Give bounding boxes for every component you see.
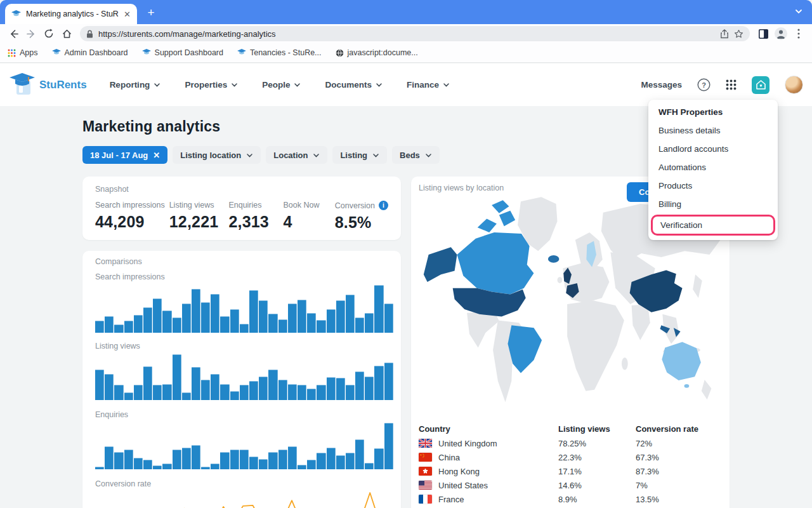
bar: [105, 374, 114, 400]
browser-toolbar: https://sturents.com/manage/marketing-an…: [0, 24, 812, 43]
browser-menu-icon[interactable]: [792, 27, 806, 41]
account-app-icon[interactable]: [752, 76, 769, 94]
bookmark-star-icon[interactable]: [734, 29, 743, 39]
bar: [298, 385, 306, 400]
side-panel-icon[interactable]: [756, 27, 770, 41]
bookmark-item[interactable]: Support Dashboard: [142, 48, 223, 57]
bar: [327, 377, 336, 400]
bar: [288, 304, 297, 333]
snapshot-label: Snapshot: [95, 185, 388, 194]
table-row: United Kingdom78.25%72%: [419, 436, 722, 450]
bookmark-item[interactable]: javascript:docume...: [336, 48, 418, 57]
highlight-ring: Verification: [651, 215, 775, 236]
bar: [192, 445, 200, 469]
share-icon[interactable]: [720, 29, 729, 39]
metric-conversion: Conversion i8.5%: [335, 201, 388, 232]
browser-tab[interactable]: Marketing analytics - StuRents ✕: [5, 4, 137, 24]
bar: [220, 316, 229, 333]
bar: [162, 464, 171, 469]
bar: [114, 385, 123, 400]
bar: [365, 313, 374, 333]
bar: [365, 463, 374, 469]
country-name: France: [438, 495, 464, 504]
bar: [298, 465, 306, 469]
chevron-down-icon: [425, 152, 432, 159]
bar: [327, 448, 336, 469]
bar: [143, 307, 152, 333]
chart-title-conversion-rate: Conversion rate: [95, 479, 393, 488]
user-avatar[interactable]: [785, 76, 803, 94]
bar: [278, 450, 287, 469]
bar: [240, 385, 249, 400]
nav-menu-finance[interactable]: Finance: [407, 80, 450, 90]
bar: [124, 392, 133, 400]
bar: [384, 304, 393, 333]
bar: [114, 452, 123, 469]
sturents-logo-icon: [9, 72, 37, 98]
apps-grid-icon: [8, 49, 16, 57]
conversion-rate-value: 13.5%: [636, 495, 722, 504]
menu-item-verification[interactable]: Verification: [653, 217, 773, 234]
menu-item-billing[interactable]: Billing: [648, 195, 778, 213]
bookmark-item[interactable]: Admin Dashboard: [52, 48, 128, 57]
bar: [298, 300, 306, 333]
conversion-rate-line-chart: [95, 491, 391, 508]
new-tab-button[interactable]: +: [145, 6, 157, 19]
tab-close-icon[interactable]: ✕: [124, 10, 131, 19]
bookmark-item[interactable]: Tenancies - StuRe...: [237, 48, 322, 57]
menu-item-landlord-accounts[interactable]: Landlord accounts: [648, 140, 778, 158]
bar: [374, 285, 383, 333]
bar: [259, 300, 268, 333]
filter-chip-18-jul-17-aug[interactable]: 18 Jul - 17 Aug✕: [82, 146, 167, 164]
bar: [95, 467, 104, 469]
comparisons-card: Comparisons Search impressions Listing v…: [82, 251, 401, 508]
sturents-logo[interactable]: StuRents: [9, 72, 87, 98]
home-icon[interactable]: [60, 27, 74, 41]
filter-chip-listing-location[interactable]: Listing location: [173, 146, 261, 164]
bar: [336, 378, 345, 400]
browser-profile-icon[interactable]: [774, 27, 788, 41]
url-bar[interactable]: https://sturents.com/manage/marketing-an…: [80, 26, 750, 41]
menu-item-products[interactable]: Products: [648, 177, 778, 195]
listing-views-value: 78.25%: [558, 439, 636, 448]
filter-chip-beds[interactable]: Beds: [392, 146, 440, 164]
menu-item-automations[interactable]: Automations: [648, 158, 778, 177]
listing-views-value: 14.6%: [558, 481, 636, 490]
help-icon[interactable]: ?: [697, 78, 710, 91]
info-icon[interactable]: i: [379, 201, 388, 210]
bar: [192, 289, 200, 333]
nav-menu-documents[interactable]: Documents: [325, 80, 383, 90]
chart-title-search-impressions: Search impressions: [95, 272, 393, 281]
filter-chip-listing[interactable]: Listing: [332, 146, 387, 164]
menu-item-business-details[interactable]: Business details: [648, 121, 778, 140]
nav-menu-people[interactable]: People: [262, 80, 301, 90]
uk-flag-icon: [419, 439, 432, 448]
reload-icon[interactable]: [42, 27, 56, 41]
nav-menu-reporting[interactable]: Reporting: [110, 80, 161, 90]
bookmarks-bar: AppsAdmin DashboardSupport DashboardTena…: [0, 43, 812, 63]
sturents-favicon: [142, 49, 151, 57]
chevron-down-icon: [246, 152, 253, 159]
menu-item-wfh-properties[interactable]: WFH Properties: [648, 103, 778, 121]
globe-icon: [336, 49, 344, 57]
bar: [105, 446, 114, 469]
messages-link[interactable]: Messages: [641, 80, 682, 90]
bar: [220, 452, 229, 469]
bookmark-item[interactable]: Apps: [8, 48, 38, 57]
brand-name: StuRents: [39, 79, 87, 91]
bar: [374, 366, 383, 400]
close-icon[interactable]: ✕: [153, 150, 160, 160]
nav-menu-properties[interactable]: Properties: [185, 80, 238, 90]
bar: [346, 453, 355, 469]
bar: [317, 453, 325, 469]
lock-icon[interactable]: [86, 30, 93, 38]
filter-chip-location[interactable]: Location: [266, 146, 327, 164]
bar: [134, 315, 143, 333]
apps-grid-icon[interactable]: [726, 79, 737, 90]
chevron-down-icon: [443, 81, 450, 88]
forward-icon[interactable]: [24, 27, 38, 41]
url-text[interactable]: https://sturents.com/manage/marketing-an…: [98, 29, 715, 39]
chevron-down-icon[interactable]: [794, 7, 803, 16]
back-icon[interactable]: [6, 27, 20, 41]
sturents-favicon: [11, 10, 21, 18]
